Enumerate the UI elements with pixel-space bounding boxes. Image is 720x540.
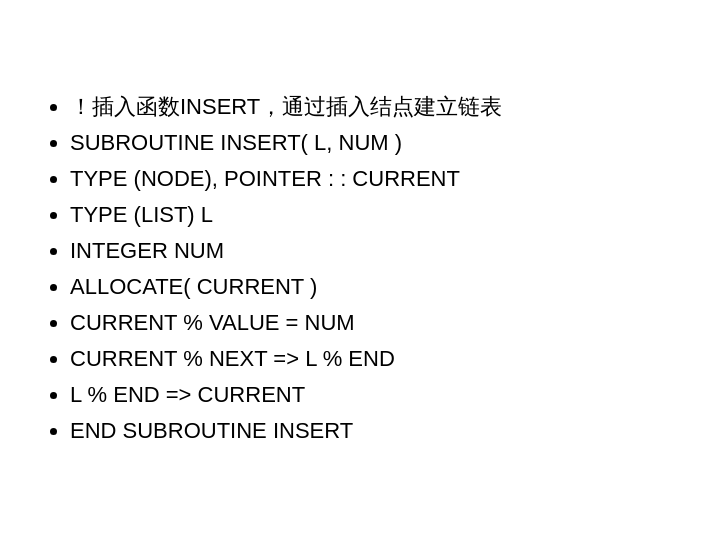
main-content: ！插入函数INSERT，通过插入结点建立链表 SUBROUTINE INSERT…	[0, 60, 720, 481]
list-item-10-text: END SUBROUTINE INSERT	[70, 418, 353, 443]
list-item-9-text: L % END => CURRENT	[70, 382, 305, 407]
list-item-8: CURRENT % NEXT => L % END	[70, 342, 680, 376]
list-item-6-text: ALLOCATE( CURRENT )	[70, 274, 317, 299]
list-item-3: TYPE (NODE), POINTER : : CURRENT	[70, 162, 680, 196]
list-item-8-text: CURRENT % NEXT => L % END	[70, 346, 395, 371]
list-item-1: ！插入函数INSERT，通过插入结点建立链表	[70, 90, 680, 124]
list-item-7: CURRENT % VALUE = NUM	[70, 306, 680, 340]
list-item-5-text: INTEGER NUM	[70, 238, 224, 263]
list-item-5: INTEGER NUM	[70, 234, 680, 268]
list-item-4-text: TYPE (LIST) L	[70, 202, 213, 227]
list-item-3-text: TYPE (NODE), POINTER : : CURRENT	[70, 166, 460, 191]
list-item-10: END SUBROUTINE INSERT	[70, 414, 680, 448]
list-item-6: ALLOCATE( CURRENT )	[70, 270, 680, 304]
list-item-7-text: CURRENT % VALUE = NUM	[70, 310, 355, 335]
list-item-9: L % END => CURRENT	[70, 378, 680, 412]
list-item-4: TYPE (LIST) L	[70, 198, 680, 232]
list-item-1-text: ！插入函数INSERT，通过插入结点建立链表	[70, 94, 502, 119]
list-item-2-text: SUBROUTINE INSERT( L, NUM )	[70, 130, 402, 155]
code-list: ！插入函数INSERT，通过插入结点建立链表 SUBROUTINE INSERT…	[40, 90, 680, 449]
list-item-2: SUBROUTINE INSERT( L, NUM )	[70, 126, 680, 160]
